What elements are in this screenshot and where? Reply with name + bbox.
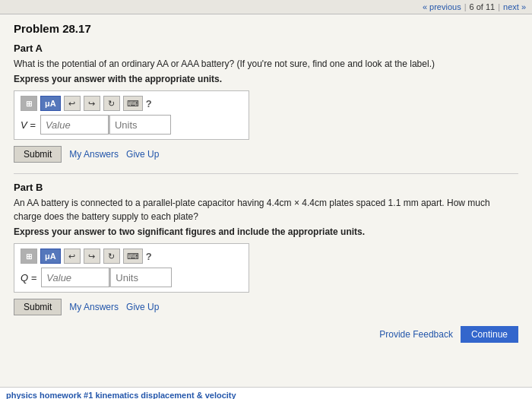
undo-button-a[interactable] [64, 96, 81, 111]
refresh-button-b[interactable] [103, 249, 120, 264]
search-result-bar: physics homework #1 kinematics displacem… [0, 387, 532, 399]
provide-feedback-link[interactable]: Provide Feedback [379, 329, 453, 340]
part-b-give-up-link[interactable]: Give Up [126, 302, 159, 312]
problem-title: Problem 28.17 [14, 22, 518, 35]
part-a-value-input[interactable] [40, 115, 109, 135]
part-a-toolbar: ⊞ μA ⌨ ? [21, 96, 242, 111]
keyboard-icon-a: ⌨ [127, 99, 139, 109]
part-a-submit-button[interactable]: Submit [14, 146, 62, 163]
refresh-button-a[interactable] [103, 96, 120, 111]
undo-button-b[interactable] [64, 249, 81, 264]
refresh-icon-a [108, 99, 115, 109]
mu-label-a: μA [40, 96, 61, 111]
main-content: Problem 28.17 Part A What is the potenti… [0, 14, 532, 387]
part-b-submit-row: Submit My Answers Give Up [14, 299, 518, 315]
refresh-icon-b [108, 252, 115, 261]
part-a-submit-row: Submit My Answers Give Up [14, 146, 518, 163]
page-info: 6 of 11 [470, 2, 496, 11]
top-navigation: « previous | 6 of 11 | next » [0, 0, 532, 14]
part-a-give-up-link[interactable]: Give Up [126, 149, 159, 160]
mu-label-b: μA [40, 249, 61, 264]
part-b-my-answers-link[interactable]: My Answers [69, 302, 119, 312]
keyboard-icon-b: ⌨ [127, 252, 139, 261]
matrix-icon-a: ⊞ [26, 100, 32, 108]
page-separator2: | [498, 2, 500, 11]
previous-link[interactable]: « previous [423, 2, 461, 11]
redo-button-b[interactable] [84, 249, 100, 264]
part-b-express-answer: Express your answer to two significant f… [14, 226, 518, 237]
matrix-button-b[interactable]: ⊞ [21, 249, 37, 264]
part-b-units-input[interactable] [111, 268, 172, 287]
help-icon-a: ? [146, 98, 152, 109]
undo-icon-b [68, 252, 75, 261]
continue-button[interactable]: Continue [461, 326, 518, 343]
redo-icon-a [88, 99, 95, 109]
part-b-label: Part B [14, 182, 518, 193]
next-link[interactable]: next » [503, 2, 526, 11]
part-a-label: Part A [14, 43, 518, 54]
part-a-answer-box: ⊞ μA ⌨ ? V = [14, 90, 249, 140]
part-a-units-input[interactable] [110, 115, 171, 135]
part-a-question: What is the potential of an ordinary AA … [14, 57, 500, 71]
matrix-button-a[interactable]: ⊞ [21, 96, 37, 111]
part-b-question: An AA battery is connected to a parallel… [14, 196, 500, 223]
part-b-submit-button[interactable]: Submit [14, 299, 62, 315]
bottom-action-bar: Provide Feedback Continue [14, 326, 518, 343]
page-separator: | [464, 2, 467, 11]
redo-icon-b [88, 252, 95, 261]
undo-icon-a [68, 99, 75, 109]
help-icon-b: ? [146, 251, 152, 262]
part-a-section: Part A What is the potential of an ordin… [14, 43, 518, 163]
part-b-variable: Q = [21, 272, 36, 283]
part-a-variable: V = [21, 119, 36, 131]
part-b-value-input[interactable] [41, 268, 109, 287]
part-b-answer-box: ⊞ μA ⌨ ? Q = [14, 243, 249, 293]
search-result-title[interactable]: physics homework #1 kinematics displacem… [6, 391, 526, 399]
keyboard-button-a[interactable]: ⌨ [123, 96, 143, 111]
keyboard-button-b[interactable]: ⌨ [123, 249, 143, 264]
matrix-icon-b: ⊞ [26, 252, 32, 261]
redo-button-a[interactable] [84, 96, 100, 111]
part-a-input-row: V = [21, 115, 242, 135]
part-a-express-answer: Express your answer with the appropriate… [14, 74, 518, 84]
part-a-my-answers-link[interactable]: My Answers [69, 149, 119, 160]
part-b-section: Part B An AA battery is connected to a p… [14, 182, 518, 315]
part-b-toolbar: ⊞ μA ⌨ ? [21, 249, 242, 264]
part-divider [14, 173, 518, 174]
part-b-input-row: Q = [21, 268, 242, 287]
